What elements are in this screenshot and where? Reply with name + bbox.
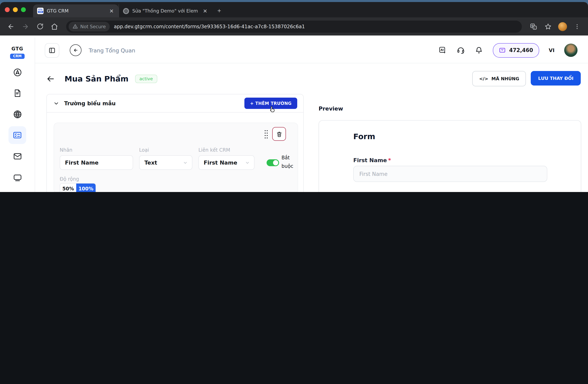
support-button[interactable] — [457, 46, 465, 54]
sidebar-item-website[interactable] — [7, 104, 28, 125]
chevron-down-icon — [245, 160, 250, 165]
app-header: Trang Tổng Quan AI 472,46 — [35, 38, 588, 63]
bookmark-star-icon[interactable] — [542, 20, 554, 32]
tab-elementor[interactable]: Sửa "Thống Demo" với Elem ✕ — [119, 4, 212, 17]
browser-window: GTGCRM GTG CRM ✕ Sửa "Thống Demo" với El… — [0, 2, 588, 192]
globe-favicon — [123, 8, 129, 14]
preview-field-label: First Name* — [353, 157, 547, 163]
sidebar-item-marketing[interactable] — [7, 188, 28, 192]
page-actions: </> MÃ NHÚNG LƯU THAY ĐỔI — [472, 71, 581, 86]
mail-icon — [13, 151, 22, 161]
builder-section-header[interactable]: Trường biểu mẫu + THÊM TRƯỜNG — [47, 94, 303, 112]
preview-form-title: Form — [353, 132, 547, 141]
required-asterisk: * — [371, 192, 374, 192]
sidebar-item-forms[interactable] — [8, 126, 26, 144]
width-label: Độ rộng — [60, 176, 79, 182]
main-area: Trang Tổng Quan AI 472,46 — [35, 38, 588, 192]
forward-icon[interactable] — [19, 20, 31, 32]
notifications-button[interactable] — [475, 46, 483, 54]
code-icon: </> — [479, 76, 488, 81]
globe-icon — [13, 109, 22, 119]
chevron-down-icon — [183, 160, 188, 165]
ai-icon: AI — [439, 46, 447, 54]
arrow-left-icon — [73, 48, 78, 53]
browser-profile-avatar[interactable] — [558, 22, 567, 31]
gtg-crm-favicon: GTGCRM — [37, 8, 43, 14]
field-name-input[interactable] — [60, 155, 133, 170]
tab-title: Sửa "Thống Demo" với Elem — [132, 8, 199, 14]
back-icon[interactable] — [5, 20, 17, 32]
page-header: Mua Sản Phẩm active </> MÃ NHÚNG LƯU THA… — [35, 69, 588, 88]
sidebar-toggle-button[interactable] — [45, 43, 59, 58]
preview-heading: Preview — [319, 105, 343, 112]
tab-title: GTG CRM — [47, 8, 105, 14]
save-changes-button[interactable]: LƯU THAY ĐỔI — [531, 71, 581, 85]
breadcrumb[interactable]: Trang Tổng Quan — [89, 47, 135, 53]
page-back-button[interactable] — [46, 74, 55, 83]
user-avatar[interactable] — [564, 43, 578, 57]
headset-icon — [457, 46, 465, 54]
sidebar: GTG CRM — [0, 38, 35, 192]
form-checklist-icon — [13, 130, 22, 140]
sidebar-item-navigation[interactable] — [7, 62, 28, 83]
sidebar-nav — [0, 62, 35, 192]
warning-icon — [73, 24, 78, 29]
home-icon[interactable] — [48, 20, 61, 32]
header-back-button[interactable] — [70, 44, 82, 56]
arrow-left-icon — [46, 74, 55, 83]
width-segmented-control: 50% 100% — [60, 183, 96, 192]
svg-text:AI: AI — [441, 48, 444, 51]
add-field-button[interactable]: + THÊM TRƯỜNG — [244, 98, 297, 109]
translate-icon[interactable]: Gx — [527, 20, 540, 32]
sidebar-item-documents[interactable] — [7, 83, 28, 104]
sidebar-item-devices[interactable] — [7, 167, 28, 188]
delete-field-button[interactable] — [272, 127, 286, 141]
status-badge: active — [135, 74, 157, 83]
gtg-crm-logo: GTG CRM — [0, 46, 35, 59]
browser-menu-icon[interactable] — [571, 20, 583, 32]
width-100-button[interactable]: 100% — [76, 184, 96, 192]
close-window-button[interactable] — [5, 7, 10, 12]
compass-icon — [13, 67, 22, 77]
width-50-button[interactable]: 50% — [60, 184, 76, 192]
form-builder-panel: Trường biểu mẫu + THÊM TRƯỜNG Nhãn Loại — [46, 94, 304, 192]
credits-badge[interactable]: 472,460 — [493, 43, 539, 58]
reload-icon[interactable] — [34, 20, 46, 32]
required-asterisk: * — [388, 157, 391, 163]
tab-gtg-crm[interactable]: GTGCRM GTG CRM ✕ — [33, 4, 119, 17]
traffic-lights — [5, 2, 26, 17]
browser-toolbar: Not Secure app.dev.gtgcrm.com/content/fo… — [0, 17, 588, 36]
app-root: GTG CRM — [0, 38, 588, 192]
preview-card: Form First Name* Email* Message* Untit — [319, 120, 581, 192]
svg-text:x: x — [534, 26, 535, 29]
screenshot-root: GTGCRM GTG CRM ✕ Sửa "Thống Demo" với El… — [0, 0, 588, 192]
drag-handle-icon[interactable] — [264, 129, 268, 139]
field-type-select[interactable]: Text — [139, 155, 192, 170]
embed-code-button[interactable]: </> MÃ NHÚNG — [472, 71, 526, 86]
security-chip[interactable]: Not Secure — [69, 21, 110, 31]
wallet-icon — [499, 47, 506, 54]
tab-strip: GTGCRM GTG CRM ✕ Sửa "Thống Demo" với El… — [0, 2, 588, 17]
bell-icon — [475, 46, 483, 54]
new-tab-button[interactable]: ＋ — [216, 7, 222, 15]
field-crm-label: Liên kết CRM — [198, 147, 230, 153]
field-name-label: Nhãn — [60, 147, 72, 153]
maximize-window-button[interactable] — [21, 7, 26, 12]
minimize-window-button[interactable] — [13, 7, 18, 12]
page-title: Mua Sản Phẩm — [64, 74, 128, 83]
header-actions: AI 472,460 VI — [439, 43, 578, 58]
close-tab-icon[interactable]: ✕ — [108, 7, 115, 14]
field-crm-select[interactable]: First Name — [198, 155, 254, 170]
ai-assistant-button[interactable]: AI — [439, 46, 447, 54]
field-card: Nhãn Loại Liên kết CRM Text First Name B… — [54, 123, 298, 192]
language-selector[interactable]: VI — [549, 47, 555, 53]
monitor-icon — [13, 172, 22, 182]
chevron-down-icon[interactable] — [53, 100, 59, 106]
sidebar-item-email[interactable] — [7, 146, 28, 167]
preview-first-name-input[interactable] — [353, 166, 547, 182]
panel-left-icon — [48, 47, 56, 54]
required-toggle[interactable] — [267, 159, 279, 166]
address-bar[interactable]: Not Secure app.dev.gtgcrm.com/content/fo… — [66, 20, 522, 32]
close-tab-icon[interactable]: ✕ — [202, 7, 208, 14]
builder-section-title: Trường biểu mẫu — [64, 100, 116, 107]
